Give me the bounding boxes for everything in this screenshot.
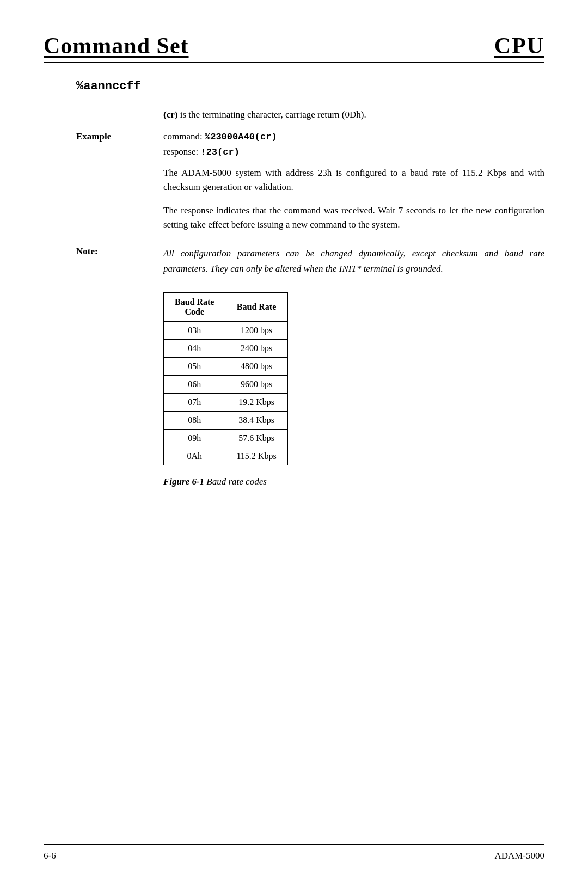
baud-rate-code-cell: 04h: [164, 339, 225, 357]
example-response-line: response: !23(cr): [163, 146, 544, 157]
table-row: 04h2400 bps: [164, 339, 288, 357]
table-header-row: Baud RateCode Baud Rate: [164, 292, 288, 321]
response-label-text: response:: [163, 146, 198, 157]
page-cpu: CPU: [494, 33, 544, 59]
table-body: 03h1200 bps04h2400 bps05h4800 bps06h9600…: [164, 321, 288, 465]
note-section: Note: All configuration parameters can b…: [76, 246, 544, 275]
figure-caption-text: Baud rate codes: [204, 476, 267, 487]
page-footer: 6-6 ADAM-5000: [44, 844, 544, 861]
example-label: Example: [76, 131, 163, 241]
command-subtitle: %aannccff: [76, 79, 544, 93]
footer-page-number: 6-6: [44, 850, 56, 861]
baud-rate-code-cell: 08h: [164, 411, 225, 429]
baud-rate-value-cell: 19.2 Kbps: [225, 393, 287, 411]
table-row: 0Ah115.2 Kbps: [164, 447, 288, 465]
figure-caption: Figure 6-1 Baud rate codes: [163, 476, 544, 487]
note-text: All configuration parameters can be chan…: [163, 246, 544, 275]
example-section: Example command: %23000A40(cr) response:…: [76, 131, 544, 241]
baud-rate-code-cell: 07h: [164, 393, 225, 411]
baud-rate-code-cell: 0Ah: [164, 447, 225, 465]
table-row: 05h4800 bps: [164, 357, 288, 375]
table-row: 09h57.6 Kbps: [164, 429, 288, 447]
command-value: %23000A40(cr): [205, 132, 277, 142]
baud-rate-code-cell: 09h: [164, 429, 225, 447]
figure-caption-bold: Figure 6-1: [163, 476, 204, 487]
example-para2: The response indicates that the command …: [163, 204, 544, 232]
cr-description: (cr) is the terminating character, carri…: [163, 109, 544, 120]
table-row: 07h19.2 Kbps: [164, 393, 288, 411]
example-command-line: command: %23000A40(cr): [163, 131, 544, 142]
table-row: 03h1200 bps: [164, 321, 288, 339]
baud-rate-value-cell: 2400 bps: [225, 339, 287, 357]
table-row: 06h9600 bps: [164, 375, 288, 393]
baud-rate-code-cell: 05h: [164, 357, 225, 375]
baud-rate-table-container: Baud RateCode Baud Rate 03h1200 bps04h24…: [163, 292, 288, 465]
page-header: Command Set CPU: [44, 33, 544, 63]
footer-product-name: ADAM-5000: [494, 850, 544, 861]
baud-rate-value-cell: 38.4 Kbps: [225, 411, 287, 429]
example-content: command: %23000A40(cr) response: !23(cr)…: [163, 131, 544, 241]
baud-rate-code-cell: 03h: [164, 321, 225, 339]
baud-rate-code-cell: 06h: [164, 375, 225, 393]
col2-header: Baud Rate: [225, 292, 287, 321]
command-label-text: command:: [163, 131, 203, 142]
baud-rate-value-cell: 1200 bps: [225, 321, 287, 339]
example-para1: The ADAM-5000 system with address 23h is…: [163, 166, 544, 195]
baud-rate-value-cell: 115.2 Kbps: [225, 447, 287, 465]
response-value: !23(cr): [200, 147, 239, 157]
cr-text: is the terminating character, carriage r…: [180, 109, 366, 120]
col1-header: Baud RateCode: [164, 292, 225, 321]
baud-rate-value-cell: 4800 bps: [225, 357, 287, 375]
baud-rate-value-cell: 57.6 Kbps: [225, 429, 287, 447]
note-label: Note:: [76, 246, 163, 275]
page-title: Command Set: [44, 33, 189, 59]
main-content: (cr) is the terminating character, carri…: [76, 109, 544, 487]
table-row: 08h38.4 Kbps: [164, 411, 288, 429]
baud-rate-value-cell: 9600 bps: [225, 375, 287, 393]
baud-rate-table: Baud RateCode Baud Rate 03h1200 bps04h24…: [163, 292, 288, 465]
page: Command Set CPU %aannccff (cr) is the te…: [0, 0, 588, 883]
cr-bold-label: (cr): [163, 109, 177, 120]
